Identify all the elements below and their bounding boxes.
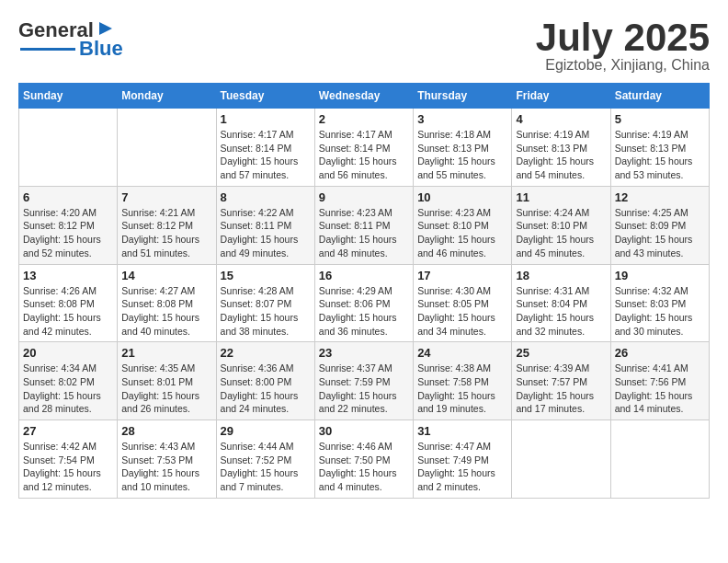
day-number: 21 [121, 346, 211, 360]
day-number: 11 [516, 190, 606, 204]
day-info: Sunrise: 4:23 AM Sunset: 8:11 PM Dayligh… [319, 206, 409, 260]
day-info: Sunrise: 4:37 AM Sunset: 7:59 PM Dayligh… [319, 362, 409, 416]
day-number: 14 [121, 269, 211, 282]
day-info: Sunrise: 4:22 AM Sunset: 8:11 PM Dayligh… [221, 206, 311, 260]
calendar-cell: 30Sunrise: 4:46 AM Sunset: 7:50 PM Dayli… [314, 420, 413, 499]
column-header-sunday: Sunday [19, 84, 118, 109]
day-number: 26 [615, 346, 705, 360]
calendar-cell: 27Sunrise: 4:42 AM Sunset: 7:54 PM Dayli… [19, 420, 118, 499]
calendar-cell: 20Sunrise: 4:34 AM Sunset: 8:02 PM Dayli… [19, 342, 118, 420]
calendar-cell: 15Sunrise: 4:28 AM Sunset: 8:07 PM Dayli… [216, 264, 314, 342]
calendar-cell [610, 420, 709, 499]
day-info: Sunrise: 4:21 AM Sunset: 8:12 PM Dayligh… [121, 206, 211, 260]
calendar-cell: 21Sunrise: 4:35 AM Sunset: 8:01 PM Dayli… [118, 342, 216, 420]
day-info: Sunrise: 4:29 AM Sunset: 8:06 PM Dayligh… [319, 284, 409, 339]
day-info: Sunrise: 4:24 AM Sunset: 8:10 PM Dayligh… [516, 206, 606, 260]
svg-marker-0 [99, 22, 112, 35]
day-number: 17 [417, 269, 507, 282]
day-info: Sunrise: 4:39 AM Sunset: 7:57 PM Dayligh… [516, 362, 606, 416]
day-info: Sunrise: 4:32 AM Sunset: 8:03 PM Dayligh… [615, 284, 705, 339]
calendar-cell: 24Sunrise: 4:38 AM Sunset: 7:58 PM Dayli… [414, 342, 512, 420]
calendar-cell: 13Sunrise: 4:26 AM Sunset: 8:08 PM Dayli… [19, 264, 118, 342]
day-info: Sunrise: 4:41 AM Sunset: 7:56 PM Dayligh… [615, 362, 705, 416]
calendar-cell [19, 109, 118, 187]
calendar-cell: 18Sunrise: 4:31 AM Sunset: 8:04 PM Dayli… [512, 264, 610, 342]
calendar-cell: 25Sunrise: 4:39 AM Sunset: 7:57 PM Dayli… [512, 342, 610, 420]
day-number: 31 [417, 424, 507, 438]
calendar-cell: 14Sunrise: 4:27 AM Sunset: 8:08 PM Dayli… [118, 264, 216, 342]
day-info: Sunrise: 4:46 AM Sunset: 7:50 PM Dayligh… [319, 440, 409, 494]
calendar-cell [118, 109, 216, 187]
page-header: General Blue July 2025 Egiztobe, Xinjian… [18, 18, 710, 74]
day-info: Sunrise: 4:36 AM Sunset: 8:00 PM Dayligh… [221, 362, 311, 416]
title-block: July 2025 Egiztobe, Xinjiang, China [536, 18, 710, 74]
calendar-cell: 31Sunrise: 4:47 AM Sunset: 7:49 PM Dayli… [414, 420, 512, 499]
day-number: 8 [221, 190, 311, 204]
calendar-cell: 29Sunrise: 4:44 AM Sunset: 7:52 PM Dayli… [216, 420, 314, 499]
day-info: Sunrise: 4:31 AM Sunset: 8:04 PM Dayligh… [516, 284, 606, 339]
column-header-tuesday: Tuesday [216, 84, 314, 109]
column-header-wednesday: Wednesday [314, 84, 413, 109]
day-info: Sunrise: 4:26 AM Sunset: 8:08 PM Dayligh… [23, 284, 113, 339]
day-number: 30 [319, 424, 409, 438]
day-number: 22 [221, 346, 311, 360]
calendar-cell: 1Sunrise: 4:17 AM Sunset: 8:14 PM Daylig… [216, 109, 314, 187]
day-info: Sunrise: 4:28 AM Sunset: 8:07 PM Dayligh… [221, 284, 311, 339]
day-info: Sunrise: 4:17 AM Sunset: 8:14 PM Dayligh… [319, 128, 409, 182]
calendar-week-row: 6Sunrise: 4:20 AM Sunset: 8:12 PM Daylig… [19, 186, 710, 264]
month-title: July 2025 [536, 18, 710, 57]
calendar-week-row: 20Sunrise: 4:34 AM Sunset: 8:02 PM Dayli… [19, 342, 710, 420]
day-number: 25 [516, 346, 606, 360]
day-number: 1 [221, 112, 311, 126]
calendar-cell: 6Sunrise: 4:20 AM Sunset: 8:12 PM Daylig… [19, 186, 118, 264]
calendar-cell: 19Sunrise: 4:32 AM Sunset: 8:03 PM Dayli… [610, 264, 709, 342]
day-info: Sunrise: 4:19 AM Sunset: 8:13 PM Dayligh… [516, 128, 606, 182]
day-number: 10 [417, 190, 507, 204]
column-header-monday: Monday [118, 84, 216, 109]
calendar-week-row: 13Sunrise: 4:26 AM Sunset: 8:08 PM Dayli… [19, 264, 710, 342]
day-info: Sunrise: 4:35 AM Sunset: 8:01 PM Dayligh… [121, 362, 211, 416]
calendar-cell [512, 420, 610, 499]
day-number: 18 [516, 269, 606, 282]
day-number: 5 [615, 112, 705, 126]
calendar-cell: 23Sunrise: 4:37 AM Sunset: 7:59 PM Dayli… [314, 342, 413, 420]
calendar-cell: 8Sunrise: 4:22 AM Sunset: 8:11 PM Daylig… [216, 186, 314, 264]
day-number: 24 [417, 346, 507, 360]
day-number: 16 [319, 269, 409, 282]
day-number: 9 [319, 190, 409, 204]
calendar-cell: 16Sunrise: 4:29 AM Sunset: 8:06 PM Dayli… [314, 264, 413, 342]
day-info: Sunrise: 4:19 AM Sunset: 8:13 PM Dayligh… [615, 128, 705, 182]
calendar-cell: 26Sunrise: 4:41 AM Sunset: 7:56 PM Dayli… [610, 342, 709, 420]
day-number: 6 [23, 190, 113, 204]
day-number: 15 [221, 269, 311, 282]
column-header-thursday: Thursday [414, 84, 512, 109]
calendar-cell: 2Sunrise: 4:17 AM Sunset: 8:14 PM Daylig… [314, 109, 413, 187]
day-info: Sunrise: 4:27 AM Sunset: 8:08 PM Dayligh… [121, 284, 211, 339]
calendar-cell: 3Sunrise: 4:18 AM Sunset: 8:13 PM Daylig… [414, 109, 512, 187]
calendar-week-row: 1Sunrise: 4:17 AM Sunset: 8:14 PM Daylig… [19, 109, 710, 187]
day-info: Sunrise: 4:23 AM Sunset: 8:10 PM Dayligh… [417, 206, 507, 260]
day-number: 3 [417, 112, 507, 126]
logo: General Blue [18, 18, 123, 61]
column-header-friday: Friday [512, 84, 610, 109]
day-info: Sunrise: 4:34 AM Sunset: 8:02 PM Dayligh… [23, 362, 113, 416]
day-info: Sunrise: 4:42 AM Sunset: 7:54 PM Dayligh… [23, 440, 113, 494]
calendar-cell: 12Sunrise: 4:25 AM Sunset: 8:09 PM Dayli… [610, 186, 709, 264]
calendar-cell: 28Sunrise: 4:43 AM Sunset: 7:53 PM Dayli… [118, 420, 216, 499]
day-number: 23 [319, 346, 409, 360]
day-number: 7 [121, 190, 211, 204]
calendar-cell: 10Sunrise: 4:23 AM Sunset: 8:10 PM Dayli… [414, 186, 512, 264]
calendar-cell: 17Sunrise: 4:30 AM Sunset: 8:05 PM Dayli… [414, 264, 512, 342]
day-info: Sunrise: 4:47 AM Sunset: 7:49 PM Dayligh… [417, 440, 507, 494]
calendar-table: SundayMondayTuesdayWednesdayThursdayFrid… [18, 83, 710, 499]
day-number: 27 [23, 424, 113, 438]
day-info: Sunrise: 4:18 AM Sunset: 8:13 PM Dayligh… [417, 128, 507, 182]
day-number: 29 [221, 424, 311, 438]
day-number: 20 [23, 346, 113, 360]
calendar-cell: 7Sunrise: 4:21 AM Sunset: 8:12 PM Daylig… [118, 186, 216, 264]
day-info: Sunrise: 4:20 AM Sunset: 8:12 PM Dayligh… [23, 206, 113, 260]
calendar-cell: 11Sunrise: 4:24 AM Sunset: 8:10 PM Dayli… [512, 186, 610, 264]
day-number: 12 [615, 190, 705, 204]
day-number: 4 [516, 112, 606, 126]
calendar-header-row: SundayMondayTuesdayWednesdayThursdayFrid… [19, 84, 710, 109]
